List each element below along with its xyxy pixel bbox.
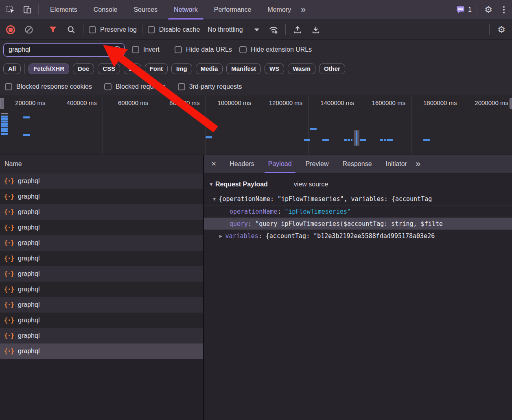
- waterfall-bar: [1, 113, 8, 114]
- tab-preview[interactable]: Preview: [299, 155, 336, 173]
- hide-extension-urls-checkbox[interactable]: Hide extension URLs: [239, 46, 312, 53]
- hide-data-urls-checkbox[interactable]: Hide data URLs: [175, 46, 232, 53]
- tab-response[interactable]: Response: [335, 155, 379, 173]
- view-source-link[interactable]: view source: [294, 181, 328, 188]
- tab-elements[interactable]: Elements: [42, 0, 85, 20]
- timeline-label: 800000 ms: [154, 96, 206, 155]
- record-network-log-icon[interactable]: [4, 23, 17, 36]
- close-details-icon[interactable]: ×: [204, 159, 223, 169]
- table-row[interactable]: {·}graphql: [0, 173, 203, 189]
- table-row[interactable]: {·}graphql: [0, 204, 203, 220]
- checkbox-box: [239, 46, 247, 53]
- json-braces-icon: {·}: [4, 255, 14, 262]
- timeline-left-handle[interactable]: [0, 98, 4, 109]
- throttling-dropdown[interactable]: No throttling: [205, 26, 261, 33]
- table-row[interactable]: {·}graphql: [0, 297, 203, 313]
- network-settings-gear-icon[interactable]: ⚙: [495, 23, 508, 36]
- blocked-response-cookies-checkbox[interactable]: Blocked response cookies: [5, 83, 92, 90]
- filter-funnel-icon[interactable]: [46, 23, 59, 36]
- table-row[interactable]: {·}graphql: [0, 235, 203, 251]
- table-row[interactable]: {·}graphql: [0, 343, 203, 359]
- timeline-label: 1400000 ms: [309, 96, 360, 155]
- details-tab-bar: × HeadersPayloadPreviewResponseInitiator…: [204, 155, 512, 173]
- export-har-icon[interactable]: [309, 23, 322, 36]
- divider: [41, 24, 41, 35]
- blocked-requests-checkbox[interactable]: Blocked requests: [104, 83, 166, 90]
- timeline-grid: 200000 ms400000 ms600000 ms800000 ms1000…: [0, 96, 512, 155]
- timeline-label: 400000 ms: [51, 96, 103, 155]
- preserve-log-checkbox[interactable]: Preserve log: [89, 26, 137, 33]
- chip-manifest[interactable]: Manifest: [226, 63, 261, 74]
- section-expand-icon[interactable]: ▼: [209, 182, 214, 187]
- tab-initiator[interactable]: Initiator: [379, 155, 414, 173]
- request-name: graphql: [18, 348, 39, 355]
- chip-css[interactable]: CSS: [98, 63, 120, 74]
- chip-img[interactable]: Img: [171, 63, 192, 74]
- timeline-overview[interactable]: 200000 ms400000 ms600000 ms800000 ms1000…: [0, 96, 512, 155]
- timeline-right-handle[interactable]: [510, 98, 512, 109]
- chip-fetch-xhr[interactable]: Fetch/XHR: [28, 63, 69, 74]
- tab-headers[interactable]: Headers: [223, 155, 261, 173]
- table-row[interactable]: {·}graphql: [0, 313, 203, 328]
- more-tabs-icon[interactable]: »: [299, 5, 307, 14]
- payload-tree-row[interactable]: ▶ variables: {accountTag: "b12e3b2192ee5…: [204, 230, 512, 242]
- issues-count: 1: [468, 6, 472, 13]
- chip-font[interactable]: Font: [145, 63, 168, 74]
- import-har-icon[interactable]: [291, 23, 304, 36]
- json-braces-icon: {·}: [4, 177, 14, 185]
- issues-indicator[interactable]: 1: [456, 5, 472, 15]
- request-name: graphql: [18, 224, 39, 231]
- payload-tree-row[interactable]: ▼ {operationName: "ipFlowTimeseries", va…: [204, 193, 512, 205]
- timeline-label: 1000000 ms: [206, 96, 257, 155]
- chip-all[interactable]: All: [3, 63, 21, 74]
- chip-media[interactable]: Media: [196, 63, 223, 74]
- table-row[interactable]: {·}graphql: [0, 328, 203, 343]
- clear-filter-icon[interactable]: ✕: [113, 46, 121, 54]
- more-options-icon[interactable]: [500, 6, 508, 13]
- tab-payload[interactable]: Payload: [261, 155, 299, 173]
- filter-input[interactable]: [9, 46, 113, 53]
- tab-memory[interactable]: Memory: [259, 0, 299, 20]
- clear-network-log-icon[interactable]: [22, 23, 35, 36]
- more-detail-tabs-icon[interactable]: »: [414, 160, 422, 168]
- panel-tabs: ElementsConsoleSourcesNetworkPerformance…: [42, 0, 307, 20]
- network-conditions-icon[interactable]: [267, 23, 280, 36]
- table-row[interactable]: {·}graphql: [0, 251, 203, 266]
- tab-performance[interactable]: Performance: [206, 0, 260, 20]
- checkbox-box: [132, 46, 139, 53]
- request-name: graphql: [18, 177, 39, 185]
- tab-network[interactable]: Network: [166, 0, 206, 20]
- checkbox-box: [89, 26, 96, 33]
- invert-checkbox[interactable]: Invert: [132, 46, 160, 53]
- device-toolbar-icon[interactable]: [21, 3, 34, 16]
- chip-wasm[interactable]: Wasm: [288, 63, 315, 74]
- checkbox-box: [178, 83, 185, 90]
- checkbox-box: [5, 83, 12, 90]
- name-column-header[interactable]: Name: [0, 155, 203, 173]
- divider: [167, 44, 167, 55]
- chip-ws[interactable]: WS: [265, 63, 284, 74]
- table-row[interactable]: {·}graphql: [0, 189, 203, 204]
- table-row[interactable]: {·}graphql: [0, 282, 203, 297]
- divider: [142, 24, 142, 35]
- chip-js[interactable]: JS: [124, 63, 141, 74]
- disable-cache-checkbox[interactable]: Disable cache: [148, 26, 200, 33]
- selected-request-marker: [354, 130, 359, 146]
- tab-console[interactable]: Console: [85, 0, 126, 20]
- payload-tree-row[interactable]: operationName: "ipFlowTimeseries": [204, 205, 512, 217]
- table-row[interactable]: {·}graphql: [0, 266, 203, 282]
- search-icon[interactable]: [65, 23, 78, 36]
- chip-doc[interactable]: Doc: [73, 63, 94, 74]
- settings-gear-icon[interactable]: ⚙: [482, 3, 495, 16]
- 3rd-party-requests-checkbox[interactable]: 3rd-party requests: [178, 83, 242, 90]
- requests-panel: Name {·}graphql{·}graphql{·}graphql{·}gr…: [0, 155, 204, 420]
- payload-tree-row[interactable]: query: "query ipFlowTimeseries($accountT…: [204, 217, 512, 230]
- table-row[interactable]: {·}graphql: [0, 220, 203, 235]
- waterfall-bar: [1, 116, 8, 118]
- chip-other[interactable]: Other: [319, 63, 345, 74]
- network-toolbar: Preserve log Disable cache No throttling: [0, 20, 512, 40]
- payload-pane: ▼ Request Payload view source ▼ {operati…: [204, 173, 512, 420]
- waterfall-bar: [1, 123, 8, 125]
- tab-sources[interactable]: Sources: [125, 0, 166, 20]
- inspect-element-icon[interactable]: [4, 3, 17, 16]
